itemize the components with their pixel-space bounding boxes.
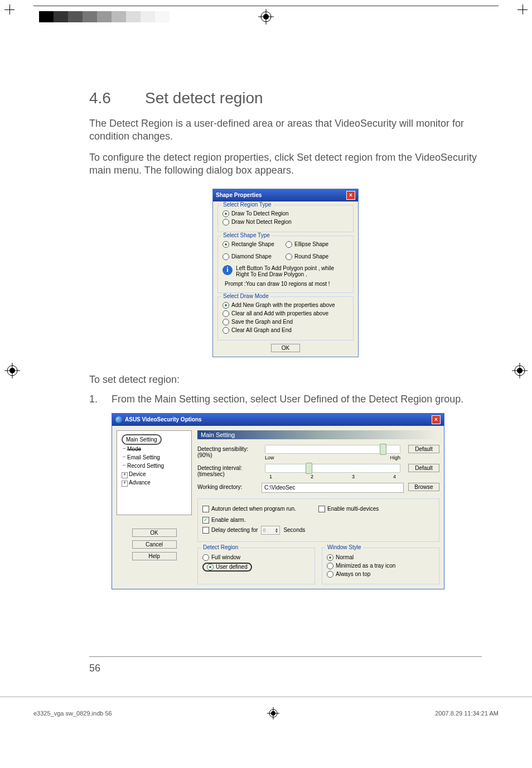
ok-button[interactable]: OK: [132, 529, 177, 537]
help-button[interactable]: Help: [132, 552, 177, 560]
radio-clear-add[interactable]: Clear all and Add with properties above: [223, 310, 349, 317]
checkbox-icon: [318, 506, 325, 512]
section-title: Set detect region: [145, 89, 263, 107]
radio-full-window[interactable]: Full window: [202, 554, 310, 561]
close-icon[interactable]: ×: [346, 191, 355, 200]
close-icon[interactable]: ×: [432, 415, 441, 424]
expand-icon[interactable]: +: [122, 481, 128, 487]
radio-icon: [223, 241, 229, 248]
radio-icon: [207, 564, 214, 570]
tree-main-setting[interactable]: Main Setting: [122, 434, 162, 445]
registration-mark-icon: [267, 707, 279, 719]
slider-thumb-icon[interactable]: [306, 463, 312, 474]
grayscale-bar: [39, 11, 170, 22]
radio-icon: [223, 310, 229, 317]
radio-user-defined[interactable]: User defined: [202, 563, 310, 572]
radio-icon: [327, 571, 333, 578]
group-legend: Select Draw Mode: [221, 293, 270, 299]
options-box: Autorun detect when program run. Enable …: [197, 498, 439, 542]
nav-tree[interactable]: Main Setting Mode Email Setting Record S…: [117, 430, 192, 515]
paragraph: The Detect Region is a user-defined area…: [89, 117, 482, 143]
group-legend: Detect Region: [201, 544, 240, 550]
spinner-arrows-icon[interactable]: ▲▼: [274, 527, 278, 533]
radio-icon: [327, 563, 333, 569]
interval-slider[interactable]: [265, 464, 400, 473]
radio-normal[interactable]: Normal: [327, 554, 434, 561]
radio-icon: [223, 253, 229, 260]
step-item: 1. From the Main Setting section, select…: [89, 393, 482, 405]
expand-icon[interactable]: +: [122, 472, 128, 478]
radio-icon: [286, 241, 292, 248]
radio-icon: [327, 554, 333, 561]
registration-mark-icon: [512, 363, 528, 378]
radio-icon: [223, 319, 229, 325]
registration-mark-icon: [258, 9, 274, 25]
default-button[interactable]: Default: [408, 464, 439, 472]
default-button[interactable]: Default: [408, 445, 439, 453]
registration-mark-icon: [4, 363, 20, 378]
radio-icon: [223, 219, 229, 225]
sensibility-slider[interactable]: [265, 445, 400, 454]
footer-timestamp: 2007.8.29 11:34:21 AM: [435, 710, 499, 717]
tree-record-setting[interactable]: Record Setting: [119, 462, 189, 470]
radio-diamond[interactable]: Diamond Shape: [223, 253, 286, 260]
dialog-titlebar[interactable]: Shape Properties ×: [213, 189, 358, 201]
checkbox-icon: [202, 517, 209, 524]
step-number: 1.: [89, 393, 112, 405]
info-icon: i: [223, 265, 233, 275]
dialog-titlebar[interactable]: ASUS VideoSecurity Options ×: [112, 414, 444, 426]
delay-detecting-checkbox[interactable]: Delay detecting for 0▲▼ Seconds: [202, 526, 434, 535]
tree-device[interactable]: +Device: [119, 470, 189, 478]
radio-icon: [223, 210, 229, 217]
multi-devices-checkbox[interactable]: Enable multi-devices: [318, 506, 434, 512]
checkbox-icon: [202, 527, 209, 534]
radio-icon: [223, 327, 229, 334]
interval-label: Detecting interval:: [197, 465, 262, 471]
main-setting-panel: Main Setting Detecting sensibility: (90%…: [197, 430, 439, 584]
dialog-title: ASUS VideoSecurity Options: [125, 416, 202, 423]
page-content: 4.6Set detect region The Detect Region i…: [0, 33, 532, 612]
enable-alarm-checkbox[interactable]: Enable alarm.: [202, 517, 434, 524]
step-text: From the Main Setting section, select Us…: [112, 393, 482, 405]
workdir-input[interactable]: [262, 483, 404, 493]
autorun-checkbox[interactable]: Autorun detect when program run.: [202, 506, 318, 512]
ok-button[interactable]: OK: [271, 344, 300, 352]
radio-rectangle[interactable]: Rectangle Shape: [223, 241, 286, 248]
sensibility-label: Detecting sensibility:: [197, 446, 262, 452]
info-text: Left Button To Add Polygon point , while…: [236, 265, 349, 277]
radio-add-new[interactable]: Add New Graph with the properties above: [223, 302, 349, 309]
radio-draw-detect[interactable]: Draw To Detect Region: [223, 210, 349, 217]
print-marks-top: [0, 0, 532, 33]
radio-ellipse[interactable]: Ellipse Shape: [286, 241, 349, 248]
radio-round[interactable]: Round Shape: [286, 253, 349, 260]
radio-icon: [223, 302, 229, 309]
interval-unit: (times/sec): [197, 471, 262, 477]
videosecurity-options-dialog: ASUS VideoSecurity Options × Main Settin…: [112, 413, 444, 589]
shape-properties-dialog: Shape Properties × Select Region Type Dr…: [212, 189, 359, 357]
radio-draw-not-detect[interactable]: Draw Not Detect Region: [223, 219, 349, 225]
slider-thumb-icon[interactable]: [380, 444, 386, 455]
radio-always-top[interactable]: Always on top: [327, 571, 434, 578]
shape-type-group: Select Shape Type Rectangle Shape Ellips…: [217, 236, 354, 293]
cancel-button[interactable]: Cancel: [132, 540, 177, 549]
region-type-group: Select Region Type Draw To Detect Region…: [217, 205, 354, 232]
browse-button[interactable]: Browse: [408, 483, 439, 491]
tree-advance[interactable]: +Advance: [119, 478, 189, 487]
group-legend: Window Style: [326, 544, 363, 550]
tree-mode[interactable]: Mode: [119, 445, 189, 453]
radio-save-end[interactable]: Save the Graph and End: [223, 319, 349, 325]
draw-mode-group: Select Draw Mode Add New Graph with the …: [217, 296, 354, 340]
window-style-group: Window Style Normal Minimized as a tray …: [322, 548, 439, 584]
dialog-title: Shape Properties: [216, 192, 262, 198]
section-number: 4.6: [89, 89, 145, 107]
paragraph: To configure the detect region propertie…: [89, 151, 482, 177]
group-legend: Select Region Type: [221, 201, 273, 208]
radio-tray[interactable]: Minimized as a tray icon: [327, 563, 434, 569]
print-footer: e3325_vga sw_0829.indb 56 2007.8.29 11:3…: [0, 697, 532, 725]
radio-clear-end[interactable]: Clear All Graph and End: [223, 327, 349, 334]
tree-email-setting[interactable]: Email Setting: [119, 453, 189, 462]
footer-file: e3325_vga sw_0829.indb 56: [33, 710, 112, 717]
crop-mark-icon: [4, 4, 14, 15]
delay-spinner[interactable]: 0▲▼: [261, 526, 280, 535]
detect-region-group: Detect Region Full window User defined: [197, 548, 315, 584]
